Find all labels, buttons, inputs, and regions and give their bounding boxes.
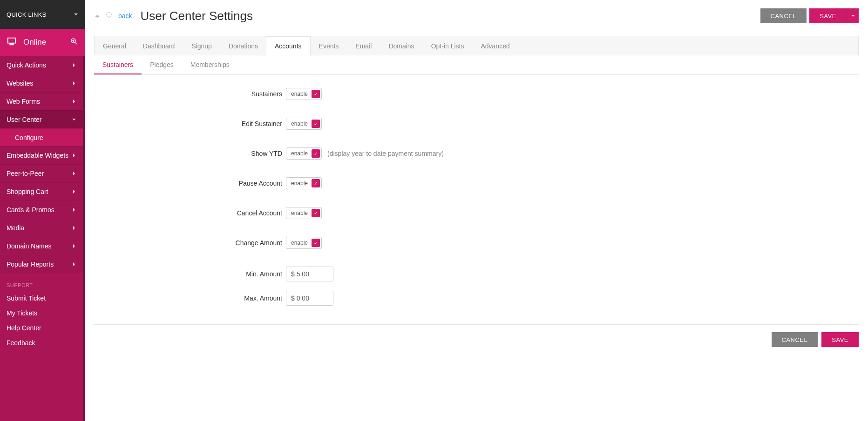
save-dropdown-button[interactable]: [847, 8, 859, 23]
sidebar-item-web-forms[interactable]: Web Forms: [0, 92, 83, 110]
sidebar-item-popular-reports[interactable]: Popular Reports: [0, 255, 83, 273]
sidebar-item-label: Cards & Promos: [7, 206, 54, 214]
footer-save-button[interactable]: SAVE: [821, 332, 859, 347]
sidebar-item-websites[interactable]: Websites: [0, 74, 83, 92]
sidebar-item-my-tickets[interactable]: My Tickets: [0, 306, 83, 321]
sidebar-item-embeddable-widgets[interactable]: Embeddable Widgets: [0, 146, 83, 164]
quick-links-header[interactable]: QUICK LINKS: [0, 0, 85, 29]
chevron-down-icon: [72, 117, 76, 122]
toggle-state-label: enable: [291, 240, 308, 246]
toggle-state-label: enable: [291, 150, 308, 157]
sidebar-item-peer-to-peer[interactable]: Peer-to-Peer: [0, 164, 83, 182]
cancel-button[interactable]: CANCEL: [760, 8, 807, 23]
sidebar-item-label: Quick Actions: [7, 61, 46, 69]
toggle-change-amount[interactable]: enable ✓: [286, 237, 322, 249]
sidebar-item-shopping-cart[interactable]: Shopping Cart: [0, 182, 83, 200]
tab-label: Dashboard: [143, 42, 175, 50]
page-title: User Center Settings: [141, 9, 253, 23]
sidebar-item-quick-actions[interactable]: Quick Actions: [0, 56, 83, 74]
tab-label: Domains: [388, 42, 414, 50]
page-header: ◂▸ back User Center Settings CANCEL SAVE: [94, 0, 859, 30]
label-sustainers: Sustainers: [94, 90, 286, 98]
max-amount-input[interactable]: [286, 291, 333, 306]
row-edit-sustainer: Edit Sustainer enable ✓: [94, 118, 859, 130]
tab-label: Opt-in Lists: [431, 42, 464, 50]
check-icon: ✓: [312, 120, 320, 128]
subtab-memberships[interactable]: Memberships: [182, 55, 238, 74]
min-amount-input[interactable]: [286, 267, 333, 281]
sidebar-item-submit-ticket[interactable]: Submit Ticket: [0, 291, 83, 306]
label-min-amount: Min. Amount: [94, 270, 286, 278]
chevron-right-icon: [72, 244, 76, 248]
favorite-icon[interactable]: [105, 12, 113, 20]
module-name: Online: [23, 38, 46, 47]
tab-general[interactable]: General: [95, 37, 135, 55]
back-link[interactable]: back: [118, 12, 132, 20]
toggle-cancel-account[interactable]: enable ✓: [286, 207, 322, 219]
sidebar-item-user-center[interactable]: User Center: [0, 110, 83, 128]
row-show-ytd: Show YTD enable ✓ (display year to date …: [94, 147, 859, 160]
resize-handle-icon[interactable]: ◂▸: [94, 13, 100, 19]
sidebar-item-configure[interactable]: Configure: [0, 128, 83, 146]
sidebar-item-cards-promos[interactable]: Cards & Promos: [0, 200, 83, 219]
check-icon: ✓: [312, 209, 320, 217]
toggle-show-ytd[interactable]: enable ✓: [286, 147, 322, 160]
tab-donations[interactable]: Donations: [220, 37, 266, 55]
settings-form: Sustainers enable ✓ Edit Sustainer enabl…: [94, 75, 859, 324]
sidebar-item-label: Popular Reports: [7, 261, 54, 268]
row-sustainers: Sustainers enable ✓: [94, 88, 859, 100]
sidebar-item-label: Websites: [7, 80, 33, 87]
sidebar-item-label: Peer-to-Peer: [7, 170, 44, 177]
subtab-label: Pledges: [150, 61, 174, 68]
toggle-edit-sustainer[interactable]: enable ✓: [286, 118, 322, 130]
chevron-right-icon: [72, 189, 76, 194]
subtab-pledges[interactable]: Pledges: [142, 55, 182, 74]
module-selector[interactable]: Online: [0, 29, 85, 56]
tab-events[interactable]: Events: [311, 37, 347, 55]
sidebar-item-label: User Center: [7, 116, 41, 123]
tab-signup[interactable]: Signup: [183, 37, 220, 55]
sidebar-item-label: Domain Names: [7, 242, 51, 250]
toggle-sustainers[interactable]: enable ✓: [286, 88, 322, 100]
tab-advanced[interactable]: Advanced: [472, 37, 518, 55]
subtab-sustainers[interactable]: Sustainers: [94, 55, 142, 74]
secondary-tabs: Sustainers Pledges Memberships: [94, 55, 859, 75]
sidebar-item-feedback[interactable]: Feedback: [0, 335, 83, 350]
row-pause-account: Pause Account enable ✓: [94, 177, 859, 189]
toggle-state-label: enable: [291, 210, 308, 216]
tab-domains[interactable]: Domains: [380, 37, 422, 55]
check-icon: ✓: [312, 90, 320, 98]
sidebar-item-help-center[interactable]: Help Center: [0, 321, 83, 335]
sidebar-item-label: Help Center: [7, 324, 41, 332]
save-button[interactable]: SAVE: [809, 8, 847, 23]
tab-label: General: [103, 42, 126, 50]
search-zoom-icon[interactable]: [70, 37, 78, 48]
label-max-amount: Max. Amount: [94, 294, 286, 302]
sidebar-item-label: Configure: [15, 134, 43, 141]
sidebar-item-label: Shopping Cart: [7, 188, 48, 195]
caret-down-icon: [851, 13, 855, 18]
monitor-icon: [7, 36, 17, 49]
tab-dashboard[interactable]: Dashboard: [135, 37, 183, 55]
row-min-amount: Min. Amount: [94, 267, 859, 281]
sidebar-item-label: Embeddable Widgets: [7, 152, 68, 159]
label-pause-account: Pause Account: [94, 180, 286, 187]
chevron-right-icon: [72, 63, 76, 67]
chevron-right-icon: [72, 262, 76, 267]
tab-opt-in-lists[interactable]: Opt-in Lists: [423, 37, 473, 55]
label-edit-sustainer: Edit Sustainer: [94, 120, 286, 127]
toggle-pause-account[interactable]: enable ✓: [286, 177, 322, 189]
chevron-right-icon: [72, 226, 76, 230]
sidebar-item-label: Media: [7, 224, 24, 232]
sidebar-item-domain-names[interactable]: Domain Names: [0, 237, 83, 255]
chevron-right-icon: [72, 207, 76, 212]
toggle-state-label: enable: [291, 180, 308, 187]
tab-accounts[interactable]: Accounts: [266, 36, 311, 56]
tab-email[interactable]: Email: [347, 37, 380, 55]
help-ytd: (display year to date payment summary): [327, 150, 444, 157]
sidebar-item-media[interactable]: Media: [0, 219, 83, 237]
chevron-right-icon: [72, 81, 76, 86]
subtab-label: Sustainers: [102, 61, 133, 68]
footer-cancel-button[interactable]: CANCEL: [772, 332, 818, 347]
row-cancel-account: Cancel Account enable ✓: [94, 207, 859, 219]
